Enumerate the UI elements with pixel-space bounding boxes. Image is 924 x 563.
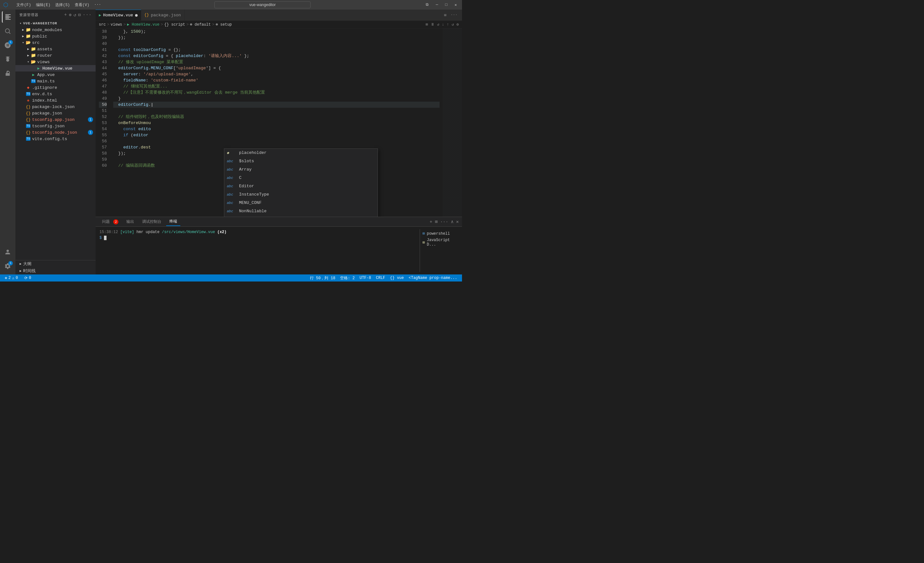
status-errors[interactable]: ⊗ 2 ⚠ 0: [3, 274, 20, 282]
activity-debug[interactable]: [2, 54, 14, 65]
tree-src[interactable]: ▾ 📂 src: [15, 39, 96, 46]
tree-views[interactable]: ▾ 📂 views: [15, 59, 96, 65]
sidebar-more[interactable]: ···: [83, 12, 92, 18]
activity-extensions[interactable]: [2, 67, 14, 79]
status-position[interactable]: 行 50，列 18: [308, 276, 337, 281]
split-terminal-btn[interactable]: ⊞: [435, 219, 437, 225]
ac-item-menuconf[interactable]: abc MENU_CONF: [224, 199, 378, 207]
status-spaces[interactable]: 空格: 2: [339, 276, 357, 281]
tab-package[interactable]: {} package.json: [141, 10, 184, 21]
debug-btn-layout[interactable]: ⊞: [426, 22, 428, 27]
layout-btn[interactable]: ⧉: [424, 2, 430, 8]
tree-app-vue[interactable]: ▶ ▶ App.vue: [15, 72, 96, 78]
status-language[interactable]: {} vue: [388, 276, 405, 280]
ac-kind-icon: abc: [227, 208, 237, 214]
maximize-btn[interactable]: □: [443, 2, 450, 8]
panel-tab-debug[interactable]: 调试控制台: [139, 218, 165, 226]
tree-router[interactable]: ▶ 📁 router: [15, 52, 96, 59]
panel-tab-output[interactable]: 输出: [123, 218, 137, 226]
minimize-btn[interactable]: ─: [434, 2, 440, 8]
tree-pkg-json[interactable]: ▶ {} package.json: [15, 110, 96, 116]
activity-avatar[interactable]: [2, 246, 14, 258]
ac-item-instancetype[interactable]: abc InstanceType: [224, 190, 378, 199]
ac-item-c[interactable]: abc C: [224, 174, 378, 182]
tab-homeview[interactable]: ▶ HomeView.vue: [96, 10, 141, 21]
tree-pkg-lock[interactable]: ▶ {} package-lock.json: [15, 103, 96, 110]
ac-item-omit[interactable]: abc Omit: [224, 216, 378, 217]
activity-search[interactable]: [2, 25, 14, 37]
tree-main-ts[interactable]: ▶ TS main.ts: [15, 78, 96, 84]
code-area: 38 39 40 41 42 43 44 45 46 47 48 49 50 5…: [96, 28, 462, 217]
debug-btn-pause[interactable]: ⏸: [430, 22, 434, 27]
powershell-terminal[interactable]: ⊞ powershell: [421, 231, 457, 237]
debug-btn-up[interactable]: ↑: [447, 22, 449, 27]
panel-tab-terminal[interactable]: 终端: [166, 217, 180, 226]
ac-item-editor[interactable]: abc Editor: [224, 182, 378, 190]
panel-tab-problems[interactable]: 问题 2: [99, 218, 122, 226]
debug-btn-down[interactable]: ↓: [442, 22, 444, 27]
status-tagname[interactable]: <TagName prop-name...: [407, 276, 459, 280]
tree-assets[interactable]: ▶ 📁 assets: [15, 46, 96, 52]
tree-tsconfig-json[interactable]: ▶ TS tsconfig.json: [15, 123, 96, 129]
ac-item-slots[interactable]: abc $slots: [224, 157, 378, 165]
tree-env-d-ts[interactable]: ▶ TS env.d.ts: [15, 91, 96, 97]
tree-public[interactable]: ▶ 📁 public: [15, 33, 96, 39]
panel-close-btn[interactable]: ✕: [456, 219, 459, 225]
panel-more-btn[interactable]: ···: [440, 219, 448, 225]
code-line-46: fieldName: 'custom-field-name': [113, 77, 440, 83]
menu-view[interactable]: 查看(V): [75, 2, 90, 8]
tree-index-html[interactable]: ▶ ◈ index.html: [15, 97, 96, 103]
sidebar-new-file[interactable]: +: [64, 12, 67, 18]
breadcrumb-src[interactable]: src: [99, 22, 106, 27]
js-debug-terminal[interactable]: ⊞ JavaScript D...: [421, 237, 457, 247]
tree-tsconfig-app[interactable]: ▶ {} tsconfig.app.json 1: [15, 116, 96, 123]
sidebar-refresh[interactable]: ↺: [74, 12, 76, 18]
breadcrumb-setup[interactable]: ⊕ setup: [216, 22, 232, 27]
status-sync[interactable]: ⟳ 0: [23, 274, 33, 282]
activity-git[interactable]: 1: [2, 39, 14, 51]
tree-tsconfig-node[interactable]: ▶ {} tsconfig.node.json 1: [15, 129, 96, 136]
more-btn[interactable]: ···: [449, 12, 459, 18]
sidebar-bottom: ▶ 大纲 ▶ 时间线: [15, 260, 96, 274]
sidebar-collapse[interactable]: ⊟: [78, 12, 81, 18]
close-btn[interactable]: ✕: [453, 2, 459, 8]
sidebar-timeline[interactable]: ▶ 时间线: [15, 267, 96, 274]
split-editor-btn[interactable]: ⊞: [443, 12, 448, 18]
folder-arrow: ▾: [26, 59, 31, 64]
ac-item-nonnullable[interactable]: abc NonNullable: [224, 207, 378, 216]
new-terminal-btn[interactable]: +: [430, 219, 432, 225]
tree-project-root[interactable]: ▾ VUE-WANGEDITOR: [15, 20, 96, 27]
panel-chevron-btn[interactable]: ∧: [451, 219, 453, 225]
ac-item-array[interactable]: abc Array: [224, 165, 378, 174]
tree-node-modules[interactable]: ▶ 📁 node_modules: [15, 27, 96, 33]
sidebar-new-folder[interactable]: ⊕: [69, 12, 72, 18]
ac-item-placeholder[interactable]: ◉ placeholder: [224, 149, 378, 157]
language-text: {} vue: [390, 276, 404, 280]
debug-btn-settings[interactable]: ⚙: [456, 22, 459, 27]
file-label: .gitignore: [32, 85, 96, 90]
tree-vite-config[interactable]: ▶ TS vite.config.ts: [15, 136, 96, 142]
breadcrumb-views[interactable]: views: [111, 22, 122, 27]
folder-icon: 📁: [31, 53, 36, 58]
terminal-output[interactable]: 15:38:12 [vite] hmr update /src/views/Ho…: [99, 229, 417, 272]
activity-explorer[interactable]: [2, 11, 14, 23]
menu-edit[interactable]: 编辑(E): [36, 2, 51, 8]
menu-file[interactable]: 文件(F): [16, 2, 31, 8]
breadcrumb-default[interactable]: ⊕ default: [190, 22, 211, 27]
autocomplete-dropdown[interactable]: ◉ placeholder abc $slots abc Array abc C: [224, 148, 378, 217]
breadcrumb-file[interactable]: ▶ HomeView.vue: [127, 22, 159, 27]
ac-kind-icon: abc: [227, 158, 237, 165]
status-encoding[interactable]: UTF-8: [358, 276, 373, 280]
code-editor[interactable]: 38 39 40 41 42 43 44 45 46 47 48 49 50 5…: [96, 28, 443, 217]
breadcrumb-script[interactable]: {} script: [164, 22, 185, 27]
debug-btn-more[interactable]: ↺: [452, 22, 454, 27]
tree-homeview[interactable]: ▶ ▶ HomeView.vue: [15, 65, 96, 72]
search-input[interactable]: [214, 1, 310, 8]
activity-settings[interactable]: 1: [2, 261, 14, 272]
debug-btn-restart[interactable]: ↺: [437, 22, 439, 27]
status-line-ending[interactable]: CRLF: [374, 276, 387, 280]
menu-more[interactable]: ···: [94, 3, 101, 7]
sidebar-outline[interactable]: ▶ 大纲: [15, 261, 96, 267]
menu-select[interactable]: 选择(S): [55, 2, 70, 8]
tree-gitignore[interactable]: ▶ ◆ .gitignore: [15, 84, 96, 91]
